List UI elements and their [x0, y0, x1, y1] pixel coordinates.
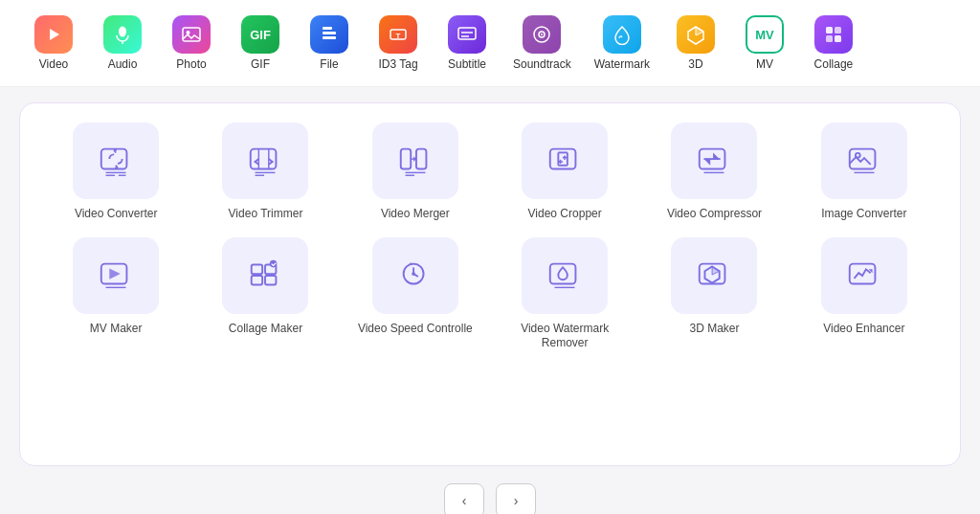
watermark-remover-icon-box	[522, 237, 608, 314]
tool-image-converter[interactable]: Image Converter	[797, 123, 931, 222]
svg-rect-19	[835, 27, 841, 34]
audio-icon	[103, 15, 142, 54]
svg-rect-20	[826, 35, 833, 42]
svg-rect-7	[323, 36, 336, 39]
nav-item-soundtrack[interactable]: Soundtrack	[501, 10, 583, 77]
tool-panel: Video Converter Video Trimmer Video Merg…	[19, 102, 961, 466]
nav-item-file[interactable]: File	[295, 10, 364, 77]
nav-item-collage[interactable]: Collage	[799, 10, 868, 77]
tools-row-1: Video Converter Video Trimmer Video Merg…	[49, 123, 931, 222]
video-trimmer-icon-box	[222, 123, 308, 199]
nav-label-collage: Collage	[814, 57, 854, 71]
nav-label-gif: GIF	[251, 57, 270, 71]
video-compressor-icon-box	[671, 123, 757, 199]
svg-point-63	[412, 272, 415, 276]
tool-label-3d-maker: 3D Maker	[689, 322, 739, 337]
tool-collage-maker[interactable]: Collage Maker	[198, 237, 332, 351]
tool-label-collage-maker: Collage Maker	[229, 322, 302, 337]
tool-video-enhancer[interactable]: Video Enhancer	[797, 237, 931, 351]
svg-point-15	[541, 34, 543, 35]
tool-label-watermark-remover: Video Watermark Remover	[498, 322, 632, 351]
nav-item-subtitle[interactable]: Subtitle	[433, 10, 501, 77]
nav-item-id3tag[interactable]: T ID3 Tag	[364, 10, 433, 77]
nav-label-watermark: Watermark	[594, 57, 650, 71]
tool-label-video-compressor: Video Compressor	[667, 207, 762, 222]
svg-marker-49	[704, 159, 711, 166]
svg-marker-55	[109, 268, 120, 279]
id3tag-icon: T	[379, 15, 417, 54]
tool-label-video-trimmer: Video Trimmer	[229, 207, 303, 222]
tool-video-trimmer[interactable]: Video Trimmer	[198, 123, 332, 222]
nav-label-soundtrack: Soundtrack	[513, 57, 571, 71]
svg-marker-0	[50, 29, 59, 40]
svg-marker-17	[696, 27, 703, 35]
tool-label-video-cropper: Video Cropper	[528, 207, 602, 222]
svg-rect-6	[323, 32, 336, 34]
nav-label-video: Video	[39, 57, 68, 71]
tool-video-compressor[interactable]: Video Compressor	[647, 123, 781, 222]
nav-item-video[interactable]: Video	[19, 10, 88, 77]
subtitle-icon	[448, 15, 486, 54]
prev-page-button[interactable]: ‹	[444, 483, 484, 514]
nav-label-file: File	[320, 57, 338, 71]
tool-label-mv-maker: MV Maker	[90, 322, 143, 337]
top-nav: Video Audio Photo GIF GIF File T ID3 Tag	[0, 0, 980, 87]
tool-video-cropper[interactable]: Video Cropper	[498, 123, 632, 222]
video-cropper-icon-box	[522, 123, 608, 199]
next-page-button[interactable]: ›	[496, 483, 536, 514]
nav-item-photo[interactable]: Photo	[157, 10, 226, 77]
file-icon	[310, 15, 348, 54]
svg-rect-59	[252, 276, 262, 285]
tool-video-converter[interactable]: Video Converter	[49, 123, 183, 222]
tool-video-speed[interactable]: Video Speed Controlle	[348, 237, 482, 351]
svg-rect-10	[458, 28, 476, 39]
nav-label-id3tag: ID3 Tag	[378, 57, 417, 71]
gif-icon: GIF	[241, 15, 279, 54]
photo-icon	[172, 15, 211, 54]
svg-rect-36	[416, 149, 426, 169]
tools-row-2: MV Maker Collage Maker Video Speed Contr…	[49, 237, 931, 351]
pagination: ‹ ›	[19, 474, 961, 514]
nav-item-audio[interactable]: Audio	[88, 10, 157, 77]
tool-3d-maker[interactable]: 3D Maker	[647, 237, 781, 351]
image-converter-icon-box	[821, 123, 907, 199]
video-enhancer-icon-box	[821, 237, 907, 314]
tool-watermark-remover[interactable]: Video Watermark Remover	[498, 237, 632, 351]
nav-item-3d[interactable]: 3D	[661, 10, 730, 77]
tool-video-merger[interactable]: Video Merger	[348, 123, 482, 222]
video-icon	[34, 15, 73, 54]
nav-item-gif[interactable]: GIF GIF	[226, 10, 295, 77]
mv-icon: MV	[746, 15, 784, 54]
nav-label-audio: Audio	[108, 57, 138, 71]
prev-icon: ‹	[462, 493, 467, 508]
mv-maker-icon-box	[73, 237, 159, 314]
svg-rect-57	[252, 264, 262, 274]
watermark-icon	[603, 15, 641, 54]
svg-point-4	[187, 31, 190, 34]
nav-item-mv[interactable]: MV MV	[730, 10, 799, 77]
collage-icon	[814, 15, 853, 54]
tool-label-video-enhancer: Video Enhancer	[823, 322, 904, 337]
tool-mv-maker[interactable]: MV Maker	[49, 237, 183, 351]
svg-rect-60	[265, 276, 276, 285]
soundtrack-icon	[523, 15, 561, 54]
svg-rect-5	[323, 27, 332, 30]
nav-label-photo: Photo	[176, 57, 206, 71]
tool-label-image-converter: Image Converter	[821, 207, 906, 222]
svg-rect-35	[401, 149, 411, 169]
nav-item-watermark[interactable]: Watermark	[583, 10, 661, 77]
nav-label-mv: MV	[756, 57, 773, 71]
svg-point-1	[119, 27, 126, 37]
video-converter-icon-box	[73, 123, 159, 199]
nav-label-3d: 3D	[688, 57, 702, 71]
svg-text:T: T	[396, 32, 401, 40]
tool-label-video-speed: Video Speed Controlle	[358, 322, 473, 337]
next-icon: ›	[514, 493, 519, 508]
svg-rect-30	[251, 149, 277, 169]
video-merger-icon-box	[372, 123, 458, 199]
nav-label-subtitle: Subtitle	[448, 57, 486, 71]
collage-maker-icon-box	[222, 237, 308, 314]
svg-marker-48	[714, 152, 721, 159]
svg-rect-21	[835, 35, 841, 42]
tool-label-video-converter: Video Converter	[75, 207, 158, 222]
